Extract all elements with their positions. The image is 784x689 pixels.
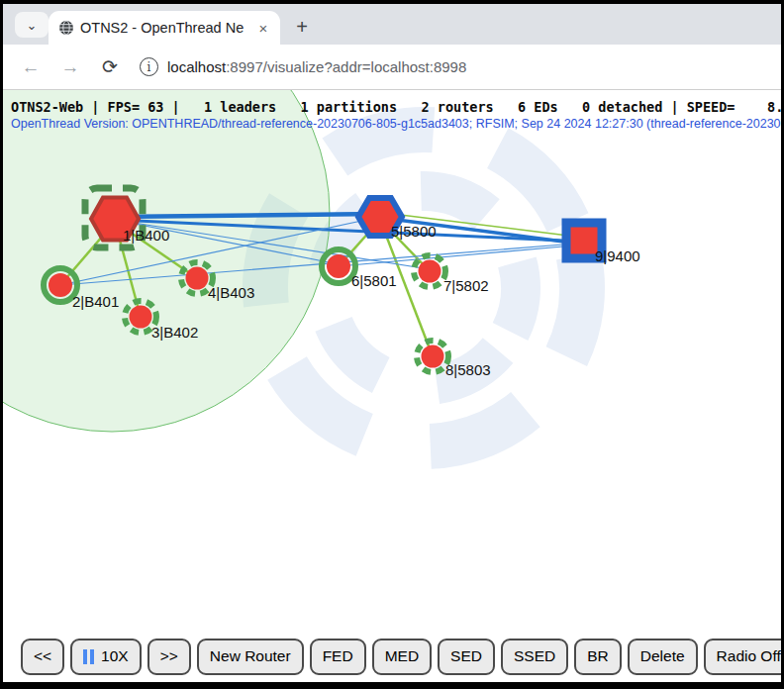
node-label: 3|B402 — [151, 324, 198, 341]
node-7-5802[interactable]: 7|5802 — [414, 255, 489, 294]
url-host: localhost — [167, 58, 226, 75]
node-label: 1|B400 — [123, 227, 169, 244]
speed-up-button[interactable]: >> — [147, 639, 191, 675]
action-toolbar: << 10X >> New RouterFEDMEDSEDSSEDBRDelet… — [3, 631, 781, 682]
speed-pause-button[interactable]: 10X — [70, 639, 142, 675]
network-graph[interactable]: 1|B4002|B4013|B4024|B4035|58006|58017|58… — [3, 90, 781, 637]
end-device-dot — [327, 254, 350, 278]
browser-window: ⌄ OTNS2 - OpenThread Ne × + ← — [3, 4, 781, 682]
node-label: 4|B403 — [208, 284, 254, 301]
new-tab-button[interactable]: + — [288, 13, 316, 41]
globe-icon — [58, 20, 74, 36]
tab-search-button[interactable]: ⌄ — [15, 12, 49, 38]
sed-button[interactable]: SED — [438, 639, 495, 675]
new-router-button[interactable]: New Router — [197, 639, 304, 675]
node-label: 5|5800 — [391, 223, 437, 240]
med-button[interactable]: MED — [372, 639, 432, 675]
end-device-dot — [130, 306, 152, 329]
end-device-dot — [419, 260, 441, 283]
url-path: :8997/visualize?addr=localhost:8998 — [226, 58, 466, 75]
delete-button[interactable]: Delete — [628, 639, 698, 675]
border-router-core — [571, 228, 598, 254]
end-device-dot — [422, 345, 444, 368]
end-device-dot — [186, 267, 209, 290]
radio-link — [115, 214, 380, 217]
speed-label: 10X — [101, 647, 129, 665]
pause-icon — [83, 649, 94, 664]
info-icon[interactable]: i — [140, 57, 158, 76]
speed-down-button[interactable]: << — [21, 639, 64, 675]
ssed-button[interactable]: SSED — [501, 639, 568, 675]
url-bar: ← → ⟳ i localhost:8997/visualize?addr=lo… — [3, 45, 781, 90]
node-label: 9|9400 — [595, 247, 640, 264]
fed-button[interactable]: FED — [310, 639, 366, 675]
tab-close-icon[interactable]: × — [254, 19, 272, 37]
status-line: OTNS2-Web | FPS= 63 | 1 leaders 1 partit… — [11, 99, 781, 115]
node-label: 8|5803 — [445, 361, 491, 378]
tab-title: OTNS2 - OpenThread Ne — [80, 20, 248, 36]
end-device-dot — [49, 273, 72, 297]
forward-icon[interactable]: → — [58, 56, 82, 78]
node-label: 6|5801 — [351, 272, 397, 289]
back-icon[interactable]: ← — [19, 56, 43, 78]
chevron-down-icon: ⌄ — [27, 18, 38, 33]
node-9-9400[interactable]: 9|9400 — [562, 219, 640, 265]
version-line: OpenThread Version: OPENTHREAD/thread-re… — [11, 117, 781, 131]
br-button[interactable]: BR — [574, 639, 622, 675]
node-label: 7|5802 — [443, 277, 489, 294]
node-label: 2|B401 — [72, 293, 119, 310]
otns-canvas[interactable]: 1|B4002|B4013|B4024|B4035|58006|58017|58… — [3, 90, 781, 637]
reload-icon[interactable]: ⟳ — [98, 55, 122, 78]
radio-off-button[interactable]: Radio Off — [704, 639, 781, 675]
address-text[interactable]: localhost:8997/visualize?addr=localhost:… — [167, 58, 466, 75]
browser-tab[interactable]: OTNS2 - OpenThread Ne × — [49, 11, 280, 45]
screenshot-frame: ⌄ OTNS2 - OpenThread Ne × + ← — [0, 0, 784, 689]
tab-strip: ⌄ OTNS2 - OpenThread Ne × + — [3, 4, 781, 45]
